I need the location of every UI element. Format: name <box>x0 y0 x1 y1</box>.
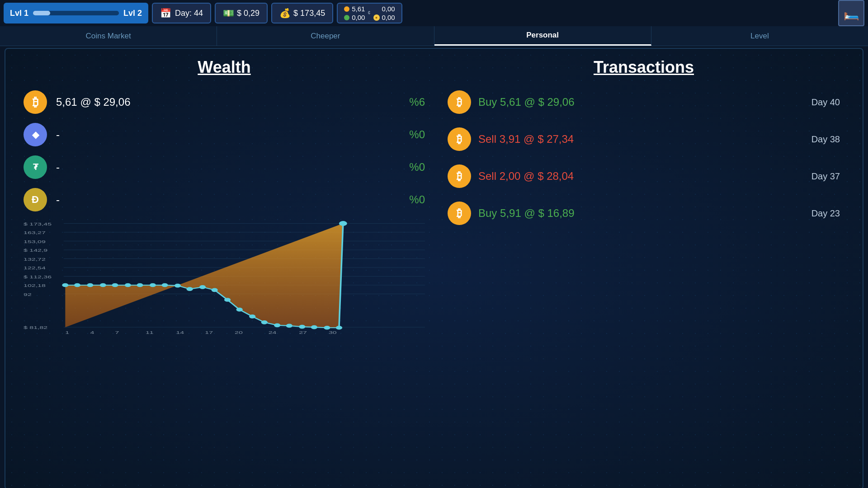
svg-point-46 <box>261 320 268 324</box>
stat-right-top: 0,00 <box>382 5 395 13</box>
green-dot <box>344 15 349 20</box>
doge-pct: %0 <box>389 193 425 206</box>
tab-coins-market[interactable]: Coins Market <box>0 26 217 46</box>
svg-text:20: 20 <box>235 330 243 335</box>
svg-text:17: 17 <box>205 330 213 335</box>
svg-text:7: 7 <box>115 330 119 335</box>
svg-text:92: 92 <box>24 292 32 297</box>
svg-text:24: 24 <box>269 330 277 335</box>
svg-point-37 <box>150 283 156 287</box>
svg-text:132,72: 132,72 <box>24 257 46 262</box>
tx-type-1: Buy <box>478 96 497 108</box>
usdt-coin-icon: ₮ <box>24 155 47 179</box>
cash-badge: 💵 $ 0,29 <box>215 3 268 23</box>
stats-col-right: 0,00 ● 0,00 <box>373 5 395 21</box>
level-end-label: Lvl 2 <box>123 9 142 18</box>
eth-amount: - <box>56 128 389 141</box>
btc-amount: 5,61 @ $ 29,06 <box>56 96 389 108</box>
svg-point-33 <box>100 283 106 287</box>
nav-tabs: Coins Market Cheeper Personal Level <box>0 26 868 46</box>
svg-text:27: 27 <box>299 330 307 335</box>
btc-coin-icon: ₿ <box>24 90 47 114</box>
tab-cheeper[interactable]: Cheeper <box>217 26 434 46</box>
tx-item-4: ₿ Buy 5,91 @ $ 16,89 Day 23 <box>434 202 854 225</box>
chart-svg: $ 173,45 163,27 153,09 $ 142,9 132,72 12… <box>24 221 425 338</box>
wealth-title: Wealth <box>14 58 434 77</box>
tx-day-4: Day 23 <box>795 208 840 219</box>
tx-item-3: ₿ Sell 2,00 @ $ 28,04 Day 37 <box>434 164 854 188</box>
tab-level[interactable]: Level <box>651 26 868 46</box>
total-badge: 💰 $ 173,45 <box>271 3 333 23</box>
wealth-item-eth: ◆ - %0 <box>14 123 434 146</box>
btc-dot <box>344 6 349 12</box>
day-badge: 📅 Day: 44 <box>152 3 211 23</box>
svg-point-36 <box>137 283 143 287</box>
home-button[interactable]: 🛏️ <box>838 0 864 26</box>
stat-row-right-2: ● 0,00 <box>373 14 395 21</box>
stat-row-right-1: 0,00 <box>382 5 395 13</box>
total-value: $ 173,45 <box>293 9 325 18</box>
svg-point-39 <box>175 284 181 288</box>
transactions-title: Transactions <box>434 58 854 77</box>
svg-point-31 <box>74 283 80 287</box>
day-label: Day: 44 <box>175 9 203 18</box>
svg-point-30 <box>62 283 68 287</box>
svg-point-51 <box>324 326 330 330</box>
tx-item-1: ₿ Buy 5,61 @ $ 29,06 Day 40 <box>434 90 854 114</box>
tx-item-2: ₿ Sell 3,91 @ $ 27,34 Day 38 <box>434 127 854 151</box>
svg-point-43 <box>224 298 231 302</box>
svg-text:153,09: 153,09 <box>24 239 46 244</box>
svg-point-32 <box>87 283 93 287</box>
svg-point-45 <box>249 314 255 319</box>
cash-value: $ 0,29 <box>237 9 259 18</box>
svg-point-38 <box>161 283 168 287</box>
level-bar: Lvl 1 Lvl 2 <box>4 3 148 23</box>
level-start-label: Lvl 1 <box>10 9 28 18</box>
svg-point-44 <box>236 308 243 312</box>
svg-point-48 <box>286 324 292 328</box>
svg-text:$ 142,9: $ 142,9 <box>24 248 47 253</box>
xp-bar <box>33 11 119 15</box>
wallet-icon: 💰 <box>279 8 291 19</box>
usdt-amount: - <box>56 161 389 174</box>
svg-text:1: 1 <box>65 330 69 335</box>
svg-text:4: 4 <box>90 330 94 335</box>
svg-point-35 <box>125 283 131 287</box>
wealth-chart: $ 173,45 163,27 153,09 $ 142,9 132,72 12… <box>24 221 425 338</box>
tx-day-2: Day 38 <box>795 134 840 145</box>
tx-type-4: Buy <box>478 207 497 219</box>
tx-detail-1: Buy 5,61 @ $ 29,06 <box>478 96 788 108</box>
svg-text:30: 30 <box>329 330 337 335</box>
calendar-icon: 📅 <box>160 8 171 19</box>
svg-text:163,27: 163,27 <box>24 230 46 235</box>
btc-pct: %6 <box>389 96 425 108</box>
tx-day-3: Day 37 <box>795 171 840 182</box>
svg-point-40 <box>187 287 193 291</box>
tx-detail-4: Buy 5,91 @ $ 16,89 <box>478 207 788 220</box>
svg-text:11: 11 <box>146 330 154 335</box>
stat-row-unit: ¢ <box>368 10 370 15</box>
svg-text:102,18: 102,18 <box>24 283 46 288</box>
top-bar: Lvl 1 Lvl 2 📅 Day: 44 💵 $ 0,29 💰 $ 173,4… <box>0 0 868 26</box>
eth-pct: %0 <box>389 128 425 141</box>
tx-day-1: Day 40 <box>795 97 840 108</box>
tx-type-3: Sell <box>478 170 496 182</box>
wealth-item-usdt: ₮ - %0 <box>14 155 434 179</box>
xp-bar-fill <box>33 11 50 15</box>
eth-coin-icon: ◆ <box>24 123 47 146</box>
cash-icon: 💵 <box>223 8 234 19</box>
stats-badge: 5,61 0,00 ¢ 0,00 ● 0,00 <box>337 3 402 23</box>
coin-dot: ● <box>373 14 380 21</box>
tx-btc-icon-3: ₿ <box>448 164 471 188</box>
tx-btc-icon-4: ₿ <box>448 202 471 225</box>
svg-text:$ 173,45: $ 173,45 <box>24 221 52 226</box>
wealth-panel: Wealth ₿ 5,61 @ $ 29,06 %6 ◆ - %0 ₮ - %0… <box>14 58 434 480</box>
tx-btc-icon-2: ₿ <box>448 127 471 151</box>
svg-text:$ 81,82: $ 81,82 <box>24 325 47 330</box>
transactions-panel: Transactions ₿ Buy 5,61 @ $ 29,06 Day 40… <box>434 58 854 480</box>
stat-unit-top: ¢ <box>368 10 370 15</box>
svg-text:122,54: 122,54 <box>24 265 46 270</box>
tab-personal[interactable]: Personal <box>434 26 651 46</box>
main-content: Wealth ₿ 5,61 @ $ 29,06 %6 ◆ - %0 ₮ - %0… <box>5 48 863 488</box>
svg-point-50 <box>311 325 317 329</box>
